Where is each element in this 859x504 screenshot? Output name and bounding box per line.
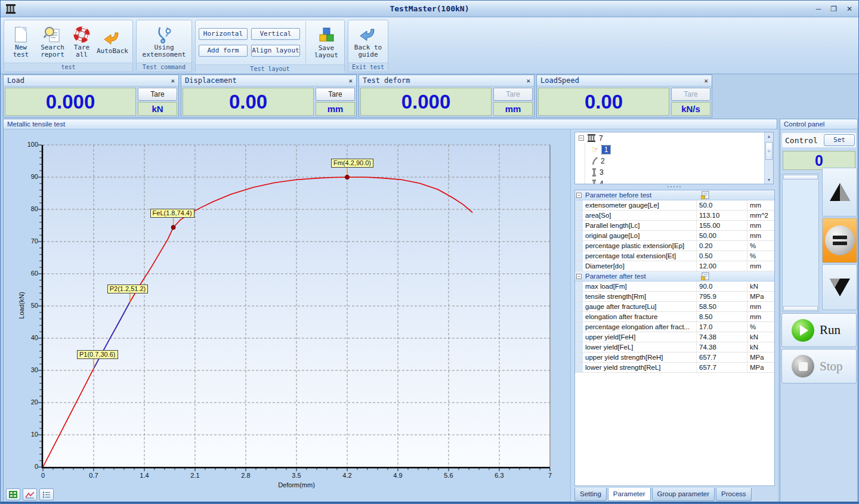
maximize-icon[interactable]: ❐ [830, 5, 837, 13]
minimize-icon[interactable]: ─ [816, 5, 821, 13]
edit-form-icon[interactable] [701, 272, 710, 280]
marker-FeL [171, 225, 175, 230]
parameter-value[interactable]: 0.20 [696, 241, 747, 251]
parameter-unit: % [747, 241, 774, 251]
align-layout-button[interactable]: Align layout [251, 45, 300, 57]
tree-item-2[interactable]: 2 [575, 155, 773, 166]
tare-button-load[interactable]: Tare [138, 88, 177, 101]
collapse-icon[interactable]: − [576, 274, 582, 279]
parameter-row: upper yield strength[ReH]657.7MPa [575, 353, 774, 363]
set-button[interactable]: Set [824, 134, 855, 146]
parameter-unit: % [747, 322, 774, 332]
slider-handle-top[interactable] [783, 175, 818, 180]
tab-group-parameter[interactable]: Group parameter [652, 488, 715, 501]
annotation-P1[interactable]: P1(0.7,30.6) [77, 350, 118, 359]
back-to-guide-button[interactable]: Back to guide [351, 24, 385, 60]
add-form-button[interactable]: Add form [199, 45, 248, 57]
load-unit: kN [138, 102, 177, 116]
parameter-value[interactable]: 155.00 [696, 221, 747, 230]
y-tick-label: 0 [12, 463, 38, 470]
scrollbar-thumb[interactable] [765, 142, 773, 160]
parameter-value[interactable]: 12.00 [696, 261, 747, 271]
speed-slider[interactable] [782, 174, 819, 312]
new-test-button[interactable]: New test [7, 24, 35, 60]
jog-up-button[interactable] [822, 168, 857, 217]
parameter-value[interactable]: 90.0 [696, 282, 747, 291]
parameter-label: lower yield[FeL] [583, 344, 696, 351]
slider-handle-bottom[interactable] [783, 306, 818, 311]
specimen-icon [592, 168, 597, 177]
tree-scrollbar[interactable]: ▲ ▼ [764, 132, 773, 184]
loadspeed-value-display: 0.00 [538, 88, 669, 116]
parameter-value[interactable]: 8.50 [696, 312, 747, 321]
using-extensometer-button[interactable]: Using extensoment [140, 24, 189, 60]
cubes-icon [316, 26, 336, 45]
run-button[interactable]: Run [781, 313, 857, 347]
test-panel: Metallic tensile test 00.71.42.12.83.54.… [3, 119, 777, 502]
parameter-value[interactable]: 50.0 [696, 200, 747, 210]
annotation-Fm[interactable]: Fm(4.2,90.0) [331, 159, 373, 168]
parameter-value[interactable]: 74.38 [696, 342, 747, 352]
scroll-up-icon[interactable]: ▲ [765, 132, 773, 140]
parameter-value[interactable]: 0.50 [696, 251, 747, 261]
tare-all-button[interactable]: Tare all [70, 24, 93, 60]
horizontal-button[interactable]: Horizontal [199, 28, 248, 40]
collapse-icon[interactable]: − [579, 135, 584, 141]
bent-specimen-icon [592, 157, 598, 165]
tab-parameter[interactable]: Parameter [608, 488, 651, 501]
tab-setting[interactable]: Setting [574, 488, 607, 501]
machine-icon [587, 134, 596, 142]
close-icon[interactable]: ✕ [704, 77, 708, 85]
ribbon-group-test: New test Search report [4, 20, 133, 72]
tree-item-4[interactable]: 4 [575, 178, 773, 184]
parameter-value[interactable]: 17.0 [696, 322, 747, 332]
autoback-button[interactable]: AutoBack [95, 27, 129, 56]
list-icon [42, 491, 51, 499]
parameter-value[interactable]: 58.50 [696, 302, 747, 311]
parameter-value[interactable]: 74.38 [696, 332, 747, 342]
close-icon[interactable]: ✕ [846, 5, 852, 13]
parameter-unit: MPa [747, 292, 774, 301]
parameter-value[interactable]: 657.7 [696, 363, 747, 372]
titlebar: TestMaster(100kN) ─ ❐ ✕ [1, 1, 858, 17]
ribbon-group-test-layout: Horizontal Vertical Add form Align layou… [195, 20, 345, 72]
plot-svg [4, 129, 570, 503]
parameter-row: tensile strength[Rm]795.9MPa [575, 292, 774, 302]
loadspeed-unit: kN/s [671, 102, 710, 116]
tree-item-1[interactable]: ☞ 1 [575, 144, 773, 155]
splitter-handle[interactable] [574, 185, 774, 188]
jog-down-button[interactable] [822, 264, 857, 310]
list-view-button[interactable] [39, 488, 54, 500]
close-icon[interactable]: ✕ [526, 77, 530, 85]
y-tick-label: 70 [12, 237, 38, 245]
grid-view-button[interactable] [6, 488, 20, 500]
tab-process[interactable]: Process [716, 488, 752, 501]
group-caption-exit-test: Exit test [348, 63, 388, 72]
curve-view-button[interactable] [23, 488, 37, 500]
scroll-down-icon[interactable]: ▼ [765, 176, 773, 184]
save-layout-button[interactable]: Save layout [311, 24, 341, 60]
close-icon[interactable]: ✕ [171, 77, 175, 85]
x-tick-label: 1.4 [132, 472, 156, 479]
edit-form-icon[interactable] [701, 191, 710, 199]
search-report-button[interactable]: Search report [37, 24, 68, 60]
parameter-row: gauge after fracture[Lu]58.50mm [575, 302, 774, 312]
tree-root[interactable]: − 7 [575, 132, 773, 144]
x-tick-label: 4.9 [386, 472, 410, 479]
hold-button[interactable] [822, 218, 857, 263]
annotation-P2[interactable]: P2(1.2,51.2) [107, 285, 149, 293]
curve-icon [25, 491, 35, 499]
close-icon[interactable]: ✕ [348, 77, 353, 85]
parameter-value[interactable]: 50.00 [696, 231, 747, 240]
displacement-unit: mm [316, 102, 355, 116]
collapse-icon[interactable]: − [576, 193, 582, 198]
parameter-value[interactable]: 795.9 [696, 292, 747, 301]
parameter-value[interactable]: 657.7 [696, 353, 747, 362]
tare-button-displacement[interactable]: Tare [316, 88, 355, 101]
vertical-button[interactable]: Vertical [251, 28, 300, 40]
x-tick-label: 4.2 [335, 472, 359, 479]
annotation-FeL[interactable]: FeL(1.8,74.4) [150, 209, 194, 218]
parameter-value[interactable]: 113.10 [696, 211, 747, 220]
tree-item-3[interactable]: 3 [575, 166, 773, 178]
parameter-label: area[So] [583, 212, 696, 219]
